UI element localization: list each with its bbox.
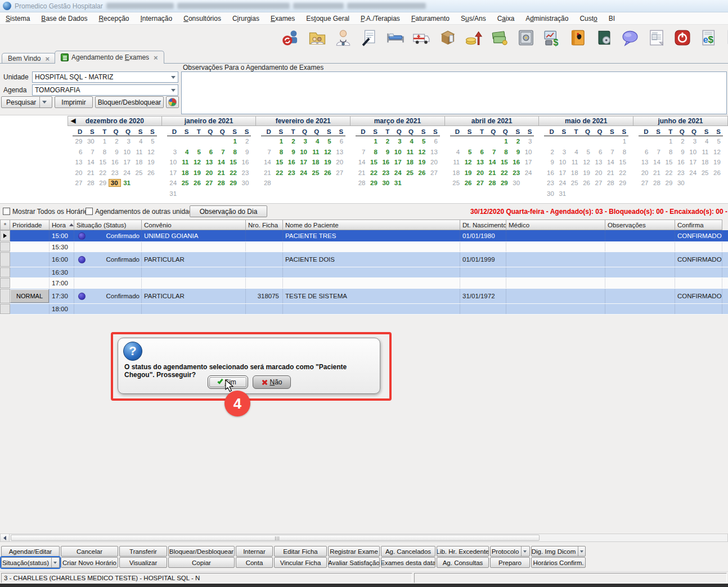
action-preparo[interactable]: Preparo — [490, 557, 530, 568]
calendar-day[interactable]: 10 — [298, 149, 309, 155]
chart-button[interactable] — [166, 96, 179, 108]
calendar-day[interactable]: 8 — [498, 149, 510, 155]
action-vincular-ficha[interactable]: Vincular Ficha — [274, 557, 327, 568]
action-dig-img-dicom[interactable]: Dig. Img Dicom — [531, 546, 586, 557]
calendar-day[interactable]: 15 — [498, 159, 510, 165]
calendar-day[interactable]: 27 — [474, 180, 486, 186]
e-invoice-icon[interactable]: e$ — [695, 26, 721, 49]
calendar-day[interactable]: 31 — [392, 180, 403, 186]
action-visualizar[interactable]: Visualizar — [119, 557, 167, 568]
chevron-down-icon[interactable] — [521, 546, 528, 556]
chevron-down-icon[interactable] — [169, 72, 178, 82]
action-cancelar[interactable]: Cancelar — [61, 546, 118, 557]
mostrar-horarios-checkbox[interactable] — [3, 208, 10, 215]
month-header[interactable]: fevereiro de 2021 — [256, 116, 350, 126]
calendar-day[interactable]: 26 — [462, 180, 474, 186]
calendar-day[interactable]: 24 — [392, 169, 403, 176]
calendar-day[interactable]: 4 — [404, 138, 416, 145]
calendar-day[interactable]: 18 — [404, 159, 416, 165]
menu-item-custo[interactable]: Custo — [574, 15, 603, 23]
outras-unidades-checkbox[interactable] — [86, 208, 93, 215]
month-header[interactable]: maio de 2021 — [539, 116, 633, 126]
column-header-m-dico[interactable]: Médico — [506, 219, 605, 230]
calendar-day[interactable]: 22 — [227, 169, 239, 176]
calendar-day[interactable]: 8 — [273, 149, 285, 155]
calendar-day[interactable]: 22 — [498, 169, 510, 176]
action-conta[interactable]: Conta — [236, 557, 273, 568]
power-icon[interactable] — [669, 26, 695, 49]
calendar-day[interactable]: 19 — [321, 159, 333, 165]
column-header-confirma[interactable]: Confirma — [675, 219, 722, 230]
chevron-down-icon[interactable] — [578, 546, 585, 556]
manual-book-icon[interactable] — [591, 26, 617, 49]
action-editar-ficha[interactable]: Editar Ficha — [274, 546, 327, 557]
calendar-day[interactable]: 26 — [191, 180, 203, 186]
calendar-day[interactable]: 29 — [367, 180, 379, 186]
calendar-day[interactable]: 5 — [321, 138, 333, 145]
calendar-day[interactable]: 10 — [392, 149, 403, 155]
scrollbar-thumb[interactable] — [11, 535, 540, 541]
menu-item-administra-o[interactable]: Administração — [520, 15, 574, 23]
bloquear-desbloquear-button[interactable]: Bloquer/Desbloquear — [95, 96, 164, 108]
menu-item-faturamento[interactable]: Faturamento — [406, 15, 455, 23]
calendar-day[interactable]: 16 — [380, 159, 392, 165]
calendar-day[interactable]: 29 — [498, 180, 510, 186]
stock-box-icon[interactable] — [434, 26, 460, 49]
calendar-day[interactable]: 25 — [179, 180, 191, 186]
calendar-day[interactable]: 9 — [510, 149, 522, 155]
action-protocolo[interactable]: Protocolo — [490, 546, 530, 557]
calendar-day[interactable]: 22 — [367, 169, 379, 176]
finance-up-icon[interactable] — [461, 26, 487, 49]
column-header-indicator[interactable]: * — [0, 219, 10, 230]
calendar-day[interactable]: 15 — [367, 159, 379, 165]
menu-item-estoque-geral[interactable]: Estoque Geral — [300, 15, 355, 23]
pesquisar-dropdown-icon[interactable] — [39, 97, 48, 107]
calendar-day[interactable]: 21 — [215, 169, 227, 176]
table-row-15-30[interactable]: 15:30 — [0, 242, 728, 252]
action-registrar-exame[interactable]: Registrar Exame — [328, 546, 380, 557]
month-header[interactable]: março de 2021 — [350, 116, 445, 126]
calendar-day[interactable]: 2 — [510, 138, 522, 145]
calendar-day[interactable]: 19 — [462, 169, 474, 176]
action-situa-o-status[interactable]: Situação(status) — [1, 557, 60, 568]
signature-pen-icon[interactable] — [722, 26, 728, 49]
column-header-nro-ficha[interactable]: Nro. Ficha — [246, 219, 283, 230]
calendar-day[interactable]: 3 — [298, 138, 309, 145]
calendar-day[interactable]: 26 — [416, 169, 428, 176]
column-header-dt-nascimento[interactable]: Dt. Nascimento — [460, 219, 506, 230]
menu-item-interna-o[interactable]: Internação — [134, 15, 178, 23]
action-criar-novo-hor-rio[interactable]: Criar Novo Horário — [61, 557, 118, 568]
calendar-day[interactable]: 7 — [486, 149, 498, 155]
calendar-day[interactable]: 24 — [298, 169, 309, 176]
calendar-day[interactable]: 29 — [227, 180, 239, 186]
calendar-day[interactable]: 8 — [227, 149, 239, 155]
month-header[interactable]: ◀dezembro de 2020 — [68, 116, 162, 126]
column-header-prioridade[interactable]: Prioridade — [10, 219, 50, 230]
chevron-down-icon[interactable] — [51, 558, 59, 567]
calendar-day[interactable]: 12 — [462, 159, 474, 165]
table-row-17-30[interactable]: NORMAL17:30ConfirmadoPARTICULAR318075TES… — [0, 289, 728, 304]
invoice-icon[interactable] — [643, 26, 669, 49]
action-copiar[interactable]: Copiar — [168, 557, 235, 568]
chat-icon[interactable] — [617, 26, 643, 49]
calendar-day[interactable]: 13 — [203, 159, 215, 165]
calendar-day[interactable]: 23 — [285, 169, 297, 176]
calendar-prev-icon[interactable]: ◀ — [71, 117, 75, 124]
action-agendar-editar[interactable]: Agendar/Editar — [1, 546, 60, 557]
chevron-down-icon[interactable] — [169, 85, 178, 95]
menu-item-bi[interactable]: BI — [603, 15, 621, 23]
calendar-day[interactable]: 11 — [404, 149, 416, 155]
action-exames-desta-data[interactable]: Exames desta data — [381, 557, 435, 568]
phone-book-icon[interactable] — [565, 26, 591, 49]
scroll-left-button[interactable] — [1, 534, 10, 541]
calendar-day[interactable]: 4 — [179, 149, 191, 155]
menu-item-base-de-dados[interactable]: Base de Dados — [35, 15, 93, 23]
menu-item-sus-ans[interactable]: Sus/Ans — [455, 15, 492, 23]
menu-item-p-a-terapias[interactable]: P.A./Terapias — [355, 15, 406, 23]
menu-item-cirurgias[interactable]: Cirurgias — [227, 15, 265, 23]
menu-item-consult-rios[interactable]: Consultórios — [178, 15, 227, 23]
billing-pos-icon[interactable]: $ — [539, 26, 565, 49]
column-header-observa-es[interactable]: Observações — [605, 219, 675, 230]
calendar-day[interactable]: 3 — [392, 138, 403, 145]
calendar-day[interactable]: 6 — [474, 149, 486, 155]
